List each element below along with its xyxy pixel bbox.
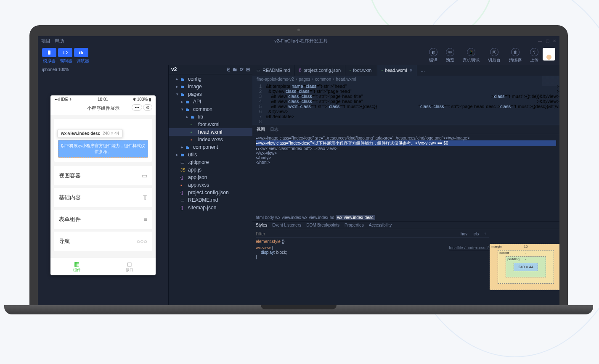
dom-inspector[interactable]: ▸<wx-image class="index-logo" src="../re… — [252, 134, 559, 214]
tree-item[interactable]: ▪index.wxss — [169, 136, 252, 143]
user-avatar[interactable] — [543, 48, 555, 61]
capsule-menu-button[interactable]: ••• — [132, 104, 142, 111]
devtools-tab-log[interactable]: 日志 — [270, 127, 278, 132]
tree-item[interactable]: ▭README.md — [169, 196, 252, 204]
preview-button[interactable]: 👁预览 — [446, 48, 454, 63]
tree-item[interactable]: ▫head.wxml — [169, 128, 252, 136]
svg-rect-2 — [81, 51, 82, 54]
tree-item[interactable]: ▸🖿utils — [169, 151, 252, 158]
simulator-device-label[interactable]: iphone6 100% — [38, 65, 168, 74]
svg-rect-0 — [48, 50, 50, 54]
refresh-icon[interactable]: ⟳ — [240, 67, 244, 72]
styles-subtab[interactable]: Event Listeners — [272, 223, 301, 227]
capsule-close-button[interactable]: ⊙ — [143, 104, 152, 111]
svg-rect-1 — [79, 52, 80, 54]
tree-item[interactable]: JSapp.js — [169, 166, 252, 174]
minimap[interactable] — [542, 76, 559, 126]
editor-tab[interactable]: {}project.config.json — [294, 65, 345, 76]
styles-panel[interactable]: :hov .cls + element.style {}</span><span… — [252, 229, 492, 306]
dom-breadcrumb[interactable]: html body wx-view.index wx-view.index-hd… — [252, 214, 559, 222]
mode-editor-button[interactable] — [58, 48, 72, 57]
breadcrumb[interactable]: fino-applet-demo-v2›pages›common›head.wx… — [252, 76, 559, 83]
laptop-frame: 项目 帮助 v2-FinClip小程序开发工具 — ▢ ✕ — [29, 25, 568, 314]
mode-simulator-button[interactable] — [42, 48, 56, 57]
box-model-content: 240 × 44 — [514, 263, 538, 271]
code-editor[interactable]: 1&lt;template name=class="t-str">"head">… — [252, 83, 559, 125]
window-max-icon[interactable]: ▢ — [546, 39, 549, 43]
dom-selected-node[interactable]: ▸<wx-view class="index-desc">以下将展示小程序官方组… — [256, 140, 556, 146]
phone-clock: 10:01 — [98, 97, 108, 102]
upload-button[interactable]: ⇧上传 — [530, 48, 538, 63]
list-item[interactable]: 基础内容𝕋 — [54, 188, 152, 207]
styles-subtab[interactable]: Properties — [345, 223, 364, 227]
devtools-panel: 视图 日志 ▸<wx-image class="index-logo" src=… — [252, 125, 559, 305]
box-model: margin10 border- padding- 240 × 44 — [492, 229, 559, 306]
tabbar-item[interactable]: ◻接口 — [103, 258, 156, 275]
tree-item[interactable]: ▸🖿config — [169, 75, 252, 83]
tree-item[interactable]: ▸🖿lib — [169, 113, 252, 121]
mode-debugger-button[interactable] — [74, 48, 88, 57]
editor-tab[interactable]: ▫head.wxml✕ — [377, 65, 417, 76]
window-min-icon[interactable]: — — [538, 39, 542, 43]
tree-item[interactable]: ▭.gitignore — [169, 158, 252, 166]
tree-item[interactable]: ▫foot.wxml — [169, 121, 252, 128]
background-button[interactable]: ⇱切后台 — [488, 48, 501, 63]
svg-rect-3 — [82, 52, 83, 54]
tree-item[interactable]: {}app.json — [169, 174, 252, 181]
tree-item[interactable]: {}project.config.json — [169, 189, 252, 196]
simulator-panel: iphone6 100% ••ıl IDE ᯤ 10:01 ✱ 100% ▮ 小… — [38, 65, 168, 305]
tree-item[interactable]: ▾🖿pages — [169, 90, 252, 98]
menubar: 项目 帮助 v2-FinClip小程序开发工具 — ▢ ✕ — [38, 36, 559, 45]
explorer-root-label[interactable]: v2 — [171, 66, 177, 72]
mode-simulator-label: 模拟器 — [43, 58, 56, 64]
tree-item[interactable]: {}sitemap.json — [169, 204, 252, 211]
add-rule-icon[interactable]: + — [484, 232, 486, 236]
tree-item[interactable]: ▸🖿image — [169, 83, 252, 90]
clear-cache-button[interactable]: 🗑清缓存 — [509, 48, 522, 63]
highlighted-element: 以下将展示小程序官方组件能力，组件样式仅供参考。 — [58, 140, 148, 158]
tab-overflow-icon[interactable]: … — [417, 65, 429, 76]
window-title: v2-FinClip小程序开发工具 — [64, 38, 538, 44]
editor-panel: ▭README.md{}project.config.json▫foot.wxm… — [252, 65, 559, 305]
new-file-icon[interactable]: ⎘ — [227, 67, 230, 72]
phone-page-title: 小程序组件展示 — [87, 106, 119, 111]
collapse-icon[interactable]: ⊟ — [246, 67, 250, 72]
mode-debugger-label: 调试器 — [77, 58, 89, 64]
menu-project[interactable]: 项目 — [41, 38, 50, 44]
tree-item[interactable]: ▸🖿API — [169, 98, 252, 106]
tabbar-item[interactable]: ▦组件 — [50, 258, 103, 275]
styles-subtab[interactable]: Accessibility — [369, 223, 392, 227]
toolbar: 模拟器 编辑器 调试器 ◐编译👁预览📱真机调试⇱切后台🗑清缓存⇧上传 — [38, 45, 559, 65]
phone-battery: ✱ 100% ▮ — [133, 97, 151, 102]
cls-toggle[interactable]: .cls — [472, 232, 479, 236]
mode-editor-label: 编辑器 — [60, 58, 72, 64]
list-item[interactable]: 视图容器▭ — [54, 166, 152, 185]
compile-button[interactable]: ◐编译 — [429, 48, 437, 63]
hov-toggle[interactable]: :hov — [459, 232, 467, 236]
tree-item[interactable]: ▸🖿component — [169, 143, 252, 151]
tree-item[interactable]: ▪app.wxss — [169, 181, 252, 189]
list-item[interactable]: 表单组件≡ — [54, 210, 152, 229]
styles-filter-input[interactable] — [256, 232, 457, 236]
inspector-tooltip: wx-view.index-desc240 × 44 — [57, 129, 123, 138]
devtools-tab-view[interactable]: 视图 — [257, 127, 265, 132]
styles-subtab[interactable]: DOM Breakpoints — [306, 223, 339, 227]
phone-signal: ••ıl IDE ᯤ — [55, 97, 73, 102]
phone-frame: ••ıl IDE ᯤ 10:01 ✱ 100% ▮ 小程序组件展示 ••• ⊙ — [50, 95, 156, 275]
editor-tab[interactable]: ▫foot.wxml — [345, 65, 377, 76]
file-explorer: v2 ⎘ 🖿 ⟳ ⊟ ▸🖿config▸🖿image▾🖿pages▸🖿API▾🖿… — [168, 65, 252, 305]
close-icon[interactable]: ✕ — [409, 68, 413, 73]
list-item[interactable]: 导航○○○ — [54, 232, 152, 251]
remote-button[interactable]: 📱真机调试 — [463, 48, 480, 63]
window-close-icon[interactable]: ✕ — [553, 39, 556, 43]
menu-help[interactable]: 帮助 — [55, 38, 64, 44]
ide-window: 项目 帮助 v2-FinClip小程序开发工具 — ▢ ✕ — [38, 36, 559, 305]
tree-item[interactable]: ▾🖿common — [169, 106, 252, 113]
new-folder-icon[interactable]: 🖿 — [233, 67, 237, 72]
editor-tab[interactable]: ▭README.md — [252, 65, 294, 76]
styles-subtab[interactable]: Styles — [256, 223, 267, 227]
